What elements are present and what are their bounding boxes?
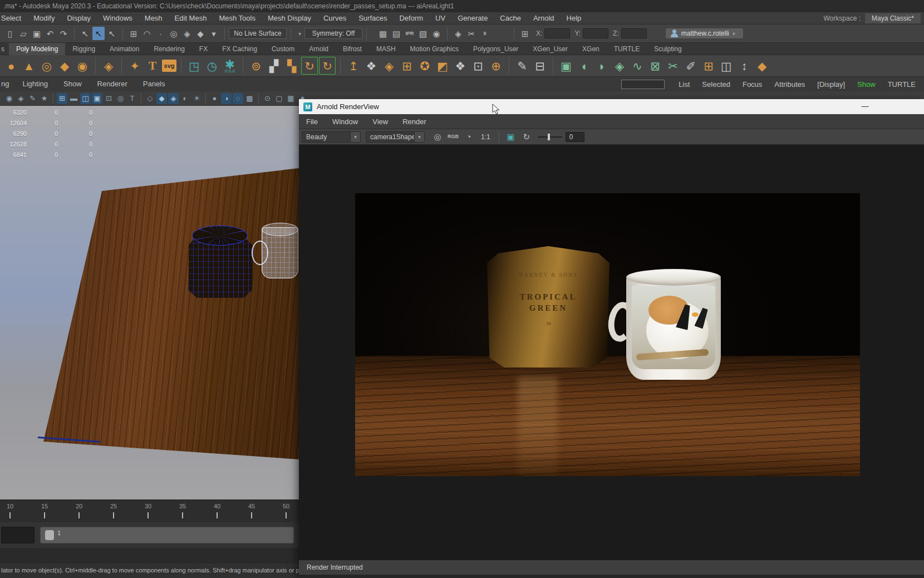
ambient-occlusion-icon[interactable]: ◑ (221, 93, 232, 104)
wireframe-on-shaded-icon[interactable]: ▦ (286, 93, 296, 104)
smooth-icon[interactable]: ❖ (452, 57, 469, 75)
menu-curves[interactable]: Curves (317, 12, 352, 25)
editor-menu-show[interactable]: Show (851, 80, 882, 89)
range-bar[interactable]: 1 (40, 527, 294, 543)
frame-tick-45[interactable]: 45 (245, 503, 258, 510)
editor-menu-list[interactable]: List (672, 80, 696, 89)
poly-cone-icon[interactable]: ▲ (21, 57, 37, 75)
snap-options-arrow-icon[interactable]: ▾ (208, 27, 220, 40)
menu-display[interactable]: Display (61, 12, 97, 25)
tea-tin-wireframe[interactable] (188, 226, 253, 299)
poly-torus-icon[interactable]: ◎ (38, 57, 55, 75)
menu-uv[interactable]: UV (429, 12, 451, 25)
shelf-tab-fx-caching[interactable]: FX Caching (215, 43, 264, 55)
zoom-ratio-label[interactable]: 1:1 (481, 133, 490, 141)
toggle-evaluation-icon[interactable]: ◷ (204, 57, 220, 75)
bookmarks-icon[interactable]: ★ (39, 93, 50, 104)
renderview-titlebar[interactable]: M Arnold RenderView — (299, 99, 924, 114)
mirror-x-icon[interactable]: ↻ (301, 57, 318, 75)
frame-tick-20[interactable]: 20 (72, 503, 86, 510)
snap-to-view-plane-icon[interactable]: ◈ (181, 27, 193, 40)
lighting-icon[interactable]: ☀ (191, 93, 202, 104)
shelf-tab-arnold[interactable]: Arnold (302, 43, 336, 55)
shelf-tab-fragment[interactable]: s (0, 43, 9, 55)
start-render-icon[interactable]: ◎ (430, 130, 445, 144)
symmetry-dropdown-arrow-icon[interactable]: ▾ (298, 31, 301, 37)
editor-menu-focus[interactable]: Focus (736, 80, 768, 89)
rv-menu-file[interactable]: File (299, 114, 325, 129)
select-by-hierarchy-icon[interactable]: ↖ (79, 27, 91, 40)
exposure-input[interactable]: 0 (566, 132, 584, 142)
shelf-tab-turtle[interactable]: TURTLE (607, 43, 647, 55)
table-mesh[interactable] (0, 106, 299, 499)
isolate-select-icon[interactable]: ⊙ (262, 93, 273, 104)
grid-icon[interactable]: ⊞ (57, 93, 67, 104)
editor-menu-turtle[interactable]: TURTLE (882, 80, 922, 89)
frame-tick-10[interactable]: 10 (3, 503, 17, 510)
curve-star-icon[interactable]: ✦ (126, 57, 143, 75)
mirror-geometry-icon[interactable]: ↻ (319, 57, 336, 75)
shelf-tab-custom[interactable]: Custom (264, 43, 302, 55)
perspective-viewport[interactable]: 63200012604006290001262800684100 (0, 106, 299, 499)
construction-plane-icon[interactable]: ◳ (186, 57, 203, 75)
frame-tick-30[interactable]: 30 (141, 503, 155, 510)
editor-menu-selected[interactable]: Selected (696, 80, 736, 89)
spherical-mapping-icon[interactable]: ◗ (593, 57, 610, 75)
menu-cache[interactable]: Cache (494, 12, 527, 25)
frame-tick-35[interactable]: 35 (176, 503, 189, 510)
connect-icon[interactable]: ⊞ (399, 57, 415, 75)
menu-modify[interactable]: Modify (27, 12, 61, 25)
panel-menu-renderer[interactable]: Renderer (90, 77, 135, 91)
wireframe-icon[interactable]: ◇ (145, 93, 155, 104)
redo-icon[interactable]: ↷ (57, 27, 70, 40)
menu-mesh[interactable]: Mesh (139, 12, 169, 25)
live-surface-field[interactable]: No Live Surface (229, 28, 287, 39)
panel-menu-show[interactable]: Show (56, 77, 90, 91)
absolute-transform-icon[interactable]: ⊞ (519, 27, 531, 40)
aov-dropdown[interactable]: Beauty ▾ (302, 131, 361, 143)
camera-attributes-icon[interactable]: ✎ (27, 93, 38, 104)
poly-crater-icon[interactable]: ◆ (754, 57, 770, 75)
region-render-icon[interactable]: ▣ (504, 130, 518, 144)
distribute-uv-icon[interactable]: ↕ (736, 57, 753, 75)
poly-plane-icon[interactable]: ◆ (56, 57, 73, 75)
shelf-tab-rendering[interactable]: Rendering (146, 43, 191, 55)
planar-mapping-icon[interactable]: ▣ (558, 57, 574, 75)
save-scene-icon[interactable]: ▣ (31, 27, 43, 40)
use-default-material-icon[interactable]: ◐ (180, 93, 190, 104)
menu-mesh-tools[interactable]: Mesh Tools (213, 12, 262, 25)
edit-pivot-icon[interactable]: ⊟ (532, 57, 548, 75)
cut-sew-uv-icon[interactable]: ✂ (665, 57, 681, 75)
frame-tick-50[interactable]: 50 (279, 503, 293, 510)
film-gate-icon[interactable]: ▬ (68, 93, 79, 104)
block-split-icon[interactable]: ▚ (283, 57, 300, 75)
menu-surfaces[interactable]: Surfaces (352, 12, 393, 25)
motion-blur-icon[interactable]: ◌ (233, 93, 243, 104)
refresh-render-icon[interactable]: ↻ (519, 130, 534, 144)
pause-icon[interactable]: II (479, 27, 491, 40)
sculpt-layer-icon[interactable]: ⊚ (248, 57, 264, 75)
uv-snapshot-icon[interactable]: ⊠ (647, 57, 663, 75)
shelf-tab-rigging[interactable]: Rigging (65, 43, 102, 55)
lock-camera-icon[interactable]: ◈ (16, 93, 26, 104)
panel-menu-lighting[interactable]: Lighting (14, 77, 56, 91)
shadows-icon[interactable]: ● (209, 93, 220, 104)
extrude-icon[interactable]: ↥ (345, 57, 362, 75)
knife-tool-icon[interactable]: ✐ (682, 57, 699, 75)
xray-icon[interactable]: ▢ (274, 93, 284, 104)
range-start-input[interactable] (1, 527, 35, 543)
lattice-icon[interactable]: ⊡ (470, 57, 486, 75)
snap-to-grid-icon[interactable]: ⊞ (127, 27, 140, 40)
mug-wireframe[interactable] (252, 224, 299, 282)
select-by-object-icon[interactable]: ↖ (92, 27, 105, 40)
undo-icon[interactable]: ↶ (44, 27, 56, 40)
shelf-tab-animation[interactable]: Animation (102, 43, 146, 55)
textured-icon[interactable]: ◈ (168, 93, 179, 104)
shelf-tab-xgen-user[interactable]: XGen_User (525, 43, 575, 55)
rgb-channel-icon[interactable]: RGB (446, 130, 460, 144)
shelf-tab-xgen[interactable]: XGen (575, 43, 607, 55)
editor-input-field[interactable] (621, 80, 665, 89)
snap-to-projected-center-icon[interactable]: ◎ (168, 27, 180, 40)
grab-uv-icon[interactable]: ⊞ (700, 57, 717, 75)
open-scene-icon[interactable]: ▱ (17, 27, 30, 40)
